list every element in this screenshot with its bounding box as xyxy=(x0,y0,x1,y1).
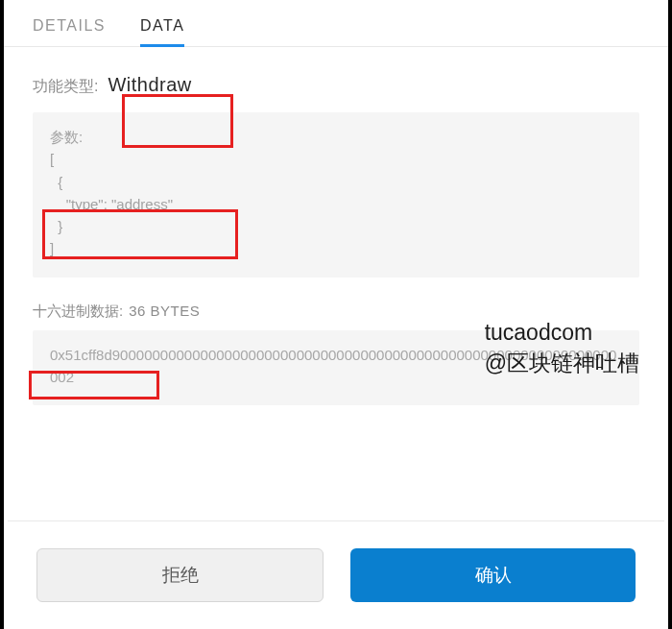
hex-label: 十六进制数据: xyxy=(33,302,123,321)
function-type-row: 功能类型: Withdraw xyxy=(33,74,639,97)
params-line: [ xyxy=(50,151,54,167)
watermark-line2: @区块链神吐槽 xyxy=(485,348,639,378)
footer-actions: 拒绝 确认 xyxy=(8,520,664,629)
params-line: { xyxy=(50,174,62,190)
app-frame: DETAILS DATA 功能类型: Withdraw 参数: [ { "typ… xyxy=(0,0,672,629)
function-type-label: 功能类型: xyxy=(33,77,98,97)
function-type-value: Withdraw xyxy=(108,74,191,96)
watermark-line1: tucaodcom xyxy=(485,317,639,348)
tab-data[interactable]: DATA xyxy=(140,17,184,46)
params-label: 参数: xyxy=(50,129,83,145)
params-line: "type": "address" xyxy=(50,196,173,212)
params-line: ] xyxy=(50,240,54,256)
tabs-bar: DETAILS DATA xyxy=(4,0,668,47)
tab-details[interactable]: DETAILS xyxy=(33,17,106,46)
confirm-button[interactable]: 确认 xyxy=(350,548,636,602)
hex-size: 36 BYTES xyxy=(129,302,200,321)
params-box: 参数: [ { "type": "address" } ] xyxy=(33,112,639,278)
reject-button[interactable]: 拒绝 xyxy=(36,548,324,602)
watermark: tucaodcom @区块链神吐槽 xyxy=(485,317,639,378)
params-line: } xyxy=(50,218,62,234)
